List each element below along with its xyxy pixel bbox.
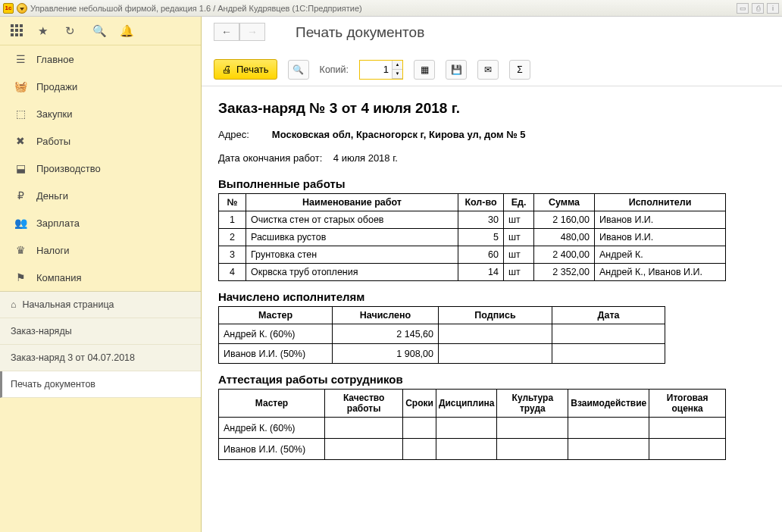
- nav-label: Производство: [36, 163, 101, 174]
- tools-icon: ✖: [14, 135, 27, 147]
- sub-label: Заказ-наряды: [11, 326, 72, 336]
- bell-icon[interactable]: 🔔: [120, 24, 133, 38]
- enddate-label: Дата окончания работ:: [218, 152, 322, 164]
- window-button[interactable]: ⎙: [752, 3, 764, 14]
- nav-label: Компания: [36, 272, 82, 283]
- home-icon: ⌂: [11, 299, 17, 310]
- star-icon[interactable]: ★: [38, 24, 52, 38]
- sum-button[interactable]: Σ: [509, 60, 530, 80]
- nav-label: Главное: [36, 54, 74, 65]
- copies-spinner[interactable]: ▲▼: [359, 60, 403, 80]
- table-row: 2Расшивка рустов5шт480,00Иванов И.И.: [219, 229, 726, 246]
- nav-main[interactable]: ☰Главное: [0, 45, 201, 73]
- table-row: 1Очистка стен от старых обоев30шт2 160,0…: [219, 211, 726, 229]
- emblem-icon: ♛: [14, 244, 27, 256]
- main-area: ← → Печать документов 🖨Печать 🔍 Копий: ▲…: [202, 17, 782, 532]
- nav-label: Деньги: [36, 190, 68, 202]
- forward-button[interactable]: →: [239, 23, 265, 41]
- col-discipline: Дисциплина: [436, 390, 497, 418]
- nav-purchases[interactable]: ⬚Закупки: [0, 100, 201, 127]
- enddate-value: 4 июля 2018 г.: [333, 152, 398, 164]
- col-sign: Подпись: [439, 307, 552, 324]
- sub-orders[interactable]: Заказ-наряды: [0, 318, 201, 345]
- nav-sales[interactable]: 🧺Продажи: [0, 73, 201, 100]
- sub-print-docs[interactable]: Печать документов: [0, 371, 201, 398]
- nav-label: Закупки: [36, 108, 72, 120]
- address-value: Московская обл, Красногорск г, Кирова ул…: [272, 129, 526, 140]
- accrued-table: Мастер Начислено Подпись Дата Андрей К. …: [218, 306, 665, 364]
- works-table: № Наименование работ Кол-во Ед. Сумма Ис…: [218, 193, 726, 281]
- apps-icon[interactable]: [11, 24, 24, 38]
- table-row: 4Окрвска труб отопления14шт2 352,00Андре…: [219, 264, 726, 281]
- app-logo-icon: 1c: [3, 3, 14, 14]
- table-row: 3Грунтовка стен60шт2 400,00Андрей К.: [219, 246, 726, 264]
- search-icon[interactable]: 🔍: [92, 24, 106, 38]
- nav-salary[interactable]: 👥Зарплата: [0, 209, 201, 236]
- nav-works[interactable]: ✖Работы: [0, 127, 201, 155]
- printer-icon: 🖨: [222, 64, 232, 75]
- nav-money[interactable]: ₽Деньги: [0, 182, 201, 209]
- nav-production[interactable]: ⬓Производство: [0, 155, 201, 182]
- accrued-heading: Начислено исполнителям: [218, 290, 765, 303]
- col-unit: Ед.: [504, 194, 534, 211]
- attest-heading: Аттестация работы сотрудников: [218, 373, 765, 386]
- sidebar: ★ ↻ 🔍 🔔 ☰Главное 🧺Продажи ⬚Закупки ✖Рабо…: [0, 17, 202, 532]
- col-sum: Сумма: [534, 194, 595, 211]
- ruble-icon: ₽: [14, 189, 27, 202]
- nav-label: Налоги: [36, 245, 70, 256]
- nav-label: Зарплата: [36, 217, 80, 229]
- save-button[interactable]: 💾: [446, 60, 467, 80]
- table-row: Андрей К. (60%)2 145,60: [219, 324, 665, 344]
- col-date: Дата: [552, 307, 665, 324]
- sub-label: Печать документов: [11, 379, 95, 390]
- preview-button[interactable]: 🔍: [288, 60, 309, 80]
- factory-icon: ⬓: [14, 162, 27, 174]
- print-button[interactable]: 🖨Печать: [214, 59, 277, 80]
- spin-up[interactable]: ▲: [392, 61, 402, 70]
- nav-taxes[interactable]: ♛Налоги: [0, 236, 201, 264]
- col-master: Мастер: [219, 390, 325, 418]
- copies-input[interactable]: [360, 61, 392, 79]
- window-title: Управление небольшой фирмой, редакция 1.…: [30, 4, 362, 13]
- window-button[interactable]: i: [767, 3, 779, 14]
- history-icon[interactable]: ↻: [65, 24, 79, 38]
- breadcrumb-nav: ⌂Начальная страница Заказ-наряды Заказ-н…: [0, 291, 201, 398]
- window-button[interactable]: ▭: [737, 3, 749, 14]
- sub-label: Заказ-наряд 3 от 04.07.2018: [11, 352, 135, 363]
- cart-icon: 🧺: [14, 80, 27, 92]
- table-button[interactable]: ▦: [414, 60, 435, 80]
- sub-order-3[interactable]: Заказ-наряд 3 от 04.07.2018: [0, 345, 201, 371]
- print-label: Печать: [236, 64, 269, 75]
- main-nav: ☰Главное 🧺Продажи ⬚Закупки ✖Работы ⬓Прои…: [0, 45, 201, 291]
- spin-down[interactable]: ▼: [392, 70, 402, 79]
- table-row: Иванов И.И. (50%): [219, 439, 726, 460]
- sub-label: Начальная страница: [23, 299, 114, 310]
- toolbar: 🖨Печать 🔍 Копий: ▲▼ ▦ 💾 ✉ Σ: [202, 52, 782, 86]
- table-row: Иванов И.И. (50%)1 908,00: [219, 344, 665, 364]
- col-master: Мастер: [219, 307, 333, 324]
- col-terms: Сроки: [403, 390, 436, 418]
- nav-label: Продажи: [36, 81, 77, 92]
- works-heading: Выполненные работы: [218, 177, 765, 190]
- col-exec: Исполнители: [595, 194, 726, 211]
- back-button[interactable]: ←: [214, 23, 239, 41]
- people-icon: 👥: [14, 217, 27, 229]
- address-label: Адрес:: [218, 129, 249, 140]
- col-amount: Начислено: [333, 307, 439, 324]
- app-menu-dropdown[interactable]: [17, 3, 27, 14]
- mail-button[interactable]: ✉: [477, 60, 499, 80]
- col-total: Итоговая оценка: [649, 390, 726, 418]
- doc-title: Заказ-наряд № 3 от 4 июля 2018 г.: [218, 100, 765, 117]
- nav-label: Работы: [36, 136, 70, 147]
- page-title: Печать документов: [214, 23, 770, 41]
- table-row: Андрей К. (60%): [219, 418, 726, 439]
- col-qty: Кол-во: [458, 194, 504, 211]
- attest-table: Мастер Качество работы Сроки Дисциплина …: [218, 389, 726, 460]
- icon-bar: ★ ↻ 🔍 🔔: [0, 17, 201, 45]
- nav-company[interactable]: ⚑Компания: [0, 264, 201, 291]
- document-preview: Заказ-наряд № 3 от 4 июля 2018 г. Адрес:…: [202, 86, 782, 532]
- col-interact: Взаимодействие: [568, 390, 649, 418]
- sub-home[interactable]: ⌂Начальная страница: [0, 292, 201, 318]
- flag-icon: ⚑: [14, 271, 27, 283]
- copies-label: Копий:: [320, 64, 349, 75]
